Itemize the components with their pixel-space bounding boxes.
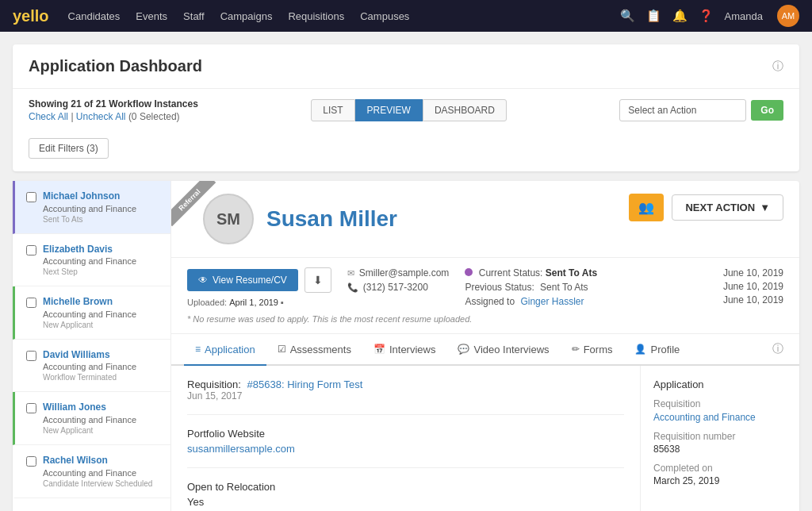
- candidate-checkbox[interactable]: [26, 456, 36, 467]
- requisition-label: Requisition:: [187, 378, 241, 390]
- candidate-name: Elizabeth Davis: [43, 244, 159, 256]
- video-interviews-tab-icon: 💬: [458, 344, 469, 355]
- uncheck-all-link[interactable]: Uncheck All: [76, 111, 126, 122]
- current-status-value: Sent To Ats: [546, 267, 597, 279]
- sidebar-section-title: Application: [653, 378, 787, 390]
- candidate-list: Michael Johnson Accounting and Finance S…: [13, 181, 171, 511]
- go-button[interactable]: Go: [751, 100, 783, 121]
- yello-logo[interactable]: yello: [13, 7, 49, 25]
- view-resume-label: View Resume/CV: [213, 275, 287, 286]
- date-3: June 10, 2019: [723, 294, 783, 305]
- relocation-value: Yes: [187, 496, 624, 508]
- candidate-name: Michael Johnson: [43, 190, 159, 203]
- candidate-item[interactable]: William Jones Accounting and Finance New…: [13, 392, 170, 445]
- info-icon[interactable]: ⓘ: [772, 60, 783, 74]
- action-select[interactable]: Select an Action: [619, 99, 746, 121]
- next-action-button[interactable]: NEXT ACTION ▼: [672, 194, 783, 221]
- uploaded-text: Uploaded: April 1, 2019 ▪: [187, 298, 331, 307]
- candidate-info: Rachel Wilson Accounting and Finance Can…: [43, 455, 159, 488]
- user-name[interactable]: Amanda: [725, 10, 763, 22]
- portfolio-section: Portfolio Website susanmillersample.com: [187, 414, 624, 455]
- status-section: Current Status: Sent To Ats Previous Sta…: [465, 267, 597, 307]
- help-icon[interactable]: ❓: [699, 9, 714, 23]
- candidate-checkbox[interactable]: [26, 192, 36, 202]
- candidate-checkbox[interactable]: [26, 351, 36, 361]
- candidate-status: Sent To Ats: [43, 215, 159, 224]
- nav-candidates[interactable]: Candidates: [68, 10, 121, 22]
- resume-info-row: 👁 View Resume/CV ⬇ Uploaded: April 1, 20…: [187, 267, 783, 308]
- people-button[interactable]: 👥: [629, 194, 664, 221]
- relocation-section: Open to Relocation Yes: [187, 467, 624, 508]
- avatar[interactable]: AM: [777, 5, 799, 27]
- nav-staff[interactable]: Staff: [183, 10, 205, 22]
- nav-campuses[interactable]: Campuses: [360, 10, 409, 22]
- candidate-dept: Accounting and Finance: [43, 204, 159, 213]
- candidate-name: William Jones: [43, 402, 159, 414]
- candidate-dept: Accounting and Finance: [43, 468, 159, 478]
- dashboard-view-tab[interactable]: DASHBOARD: [423, 99, 507, 121]
- tab-application[interactable]: ≡ Application: [184, 334, 266, 366]
- tab-forms[interactable]: ✏ Forms: [561, 334, 624, 366]
- candidate-status: New Applicant: [43, 321, 159, 329]
- candidate-checkbox[interactable]: [26, 298, 36, 308]
- check-all-link[interactable]: Check All: [29, 111, 68, 122]
- candidate-item[interactable]: Rachel Wilson Accounting and Finance Can…: [13, 445, 170, 498]
- candidate-name: Rachel Wilson: [43, 455, 159, 467]
- dashboard-header: Application Dashboard ⓘ: [13, 44, 799, 89]
- requisition-link[interactable]: #85638: Hiring Form Test: [247, 378, 363, 390]
- bell-icon[interactable]: 🔔: [672, 9, 688, 23]
- relocation-label: Open to Relocation: [187, 481, 624, 493]
- forms-tab-icon: ✏: [572, 344, 580, 355]
- tab-info-icon[interactable]: ⓘ: [769, 334, 787, 364]
- requisition-date: Jun 15, 2017: [187, 390, 624, 402]
- portfolio-label: Portfolio Website: [187, 428, 624, 440]
- portfolio-link[interactable]: susanmillersample.com: [187, 443, 295, 455]
- candidate-item[interactable]: David Williams Accounting and Finance Wo…: [13, 340, 170, 393]
- resume-buttons: 👁 View Resume/CV ⬇: [187, 267, 331, 293]
- download-icon: ⬇: [313, 274, 323, 286]
- sidebar-requisition-value[interactable]: Accounting and Finance: [653, 412, 756, 423]
- prev-status-value: Sent To Ats: [540, 282, 588, 293]
- nav-items: Candidates Events Staff Campaigns Requis…: [68, 10, 620, 22]
- candidate-header: Referral SM Susan Miller 👥 NEXT ACTION ▼: [171, 181, 799, 258]
- tab-forms-label: Forms: [584, 344, 613, 355]
- notifications-icon[interactable]: 📋: [646, 9, 661, 23]
- candidate-item[interactable]: Michael Johnson Accounting and Finance S…: [13, 181, 170, 234]
- tab-sidebar: Application Requisition Accounting and F…: [641, 366, 799, 511]
- list-view-tab[interactable]: LIST: [311, 99, 354, 121]
- tab-interviews[interactable]: 📅 Interviews: [362, 334, 447, 366]
- view-tabs: LIST PREVIEW DASHBOARD: [311, 99, 507, 121]
- eye-icon: 👁: [198, 275, 208, 286]
- status-dot: [465, 268, 473, 276]
- selected-count: (0 Selected): [128, 111, 180, 122]
- profile-tab-icon: 👤: [634, 344, 646, 355]
- tab-profile[interactable]: 👤 Profile: [623, 334, 691, 366]
- nav-requisitions[interactable]: Requisitions: [288, 10, 344, 22]
- nav-events[interactable]: Events: [136, 10, 167, 22]
- controls-row: Showing 21 of 21 Workflow Instances Chec…: [13, 89, 799, 132]
- download-button[interactable]: ⬇: [304, 267, 331, 293]
- assigned-link[interactable]: Ginger Hassler: [520, 296, 584, 307]
- candidate-checkbox[interactable]: [26, 245, 36, 256]
- nav-campaigns[interactable]: Campaigns: [220, 10, 273, 22]
- chevron-down-icon: ▼: [760, 202, 770, 213]
- candidate-dept: Accounting and Finance: [43, 256, 159, 266]
- prev-status-row: Previous Status: Sent To Ats: [465, 282, 597, 293]
- tab-video-interviews[interactable]: 💬 Video Interviews: [446, 334, 560, 366]
- no-resume-note: * No resume was used to apply. This is t…: [187, 314, 783, 324]
- view-resume-button[interactable]: 👁 View Resume/CV: [187, 269, 298, 291]
- resume-contact: ✉ Smiller@sample.com 📞 (312) 517-3200: [347, 267, 450, 293]
- tab-interviews-label: Interviews: [389, 344, 436, 355]
- date-1: June 10, 2019: [723, 267, 783, 279]
- search-icon[interactable]: 🔍: [620, 9, 635, 23]
- tab-assessments[interactable]: ☑ Assessments: [266, 334, 362, 366]
- sidebar-reqnum-label: Requisition number: [653, 431, 787, 442]
- candidate-item[interactable]: Elizabeth Davis Accounting and Finance N…: [13, 234, 170, 287]
- candidate-checkbox[interactable]: [26, 403, 36, 413]
- sidebar-requisition-field: Requisition Accounting and Finance: [653, 398, 787, 423]
- preview-view-tab[interactable]: PREVIEW: [355, 99, 423, 121]
- candidate-item[interactable]: Michelle Brown Accounting and Finance Ne…: [13, 286, 170, 340]
- candidate-status: Candidate Interview Scheduled: [43, 479, 159, 488]
- candidate-name: Michelle Brown: [43, 296, 159, 309]
- edit-filters-button[interactable]: Edit Filters (3): [29, 138, 109, 159]
